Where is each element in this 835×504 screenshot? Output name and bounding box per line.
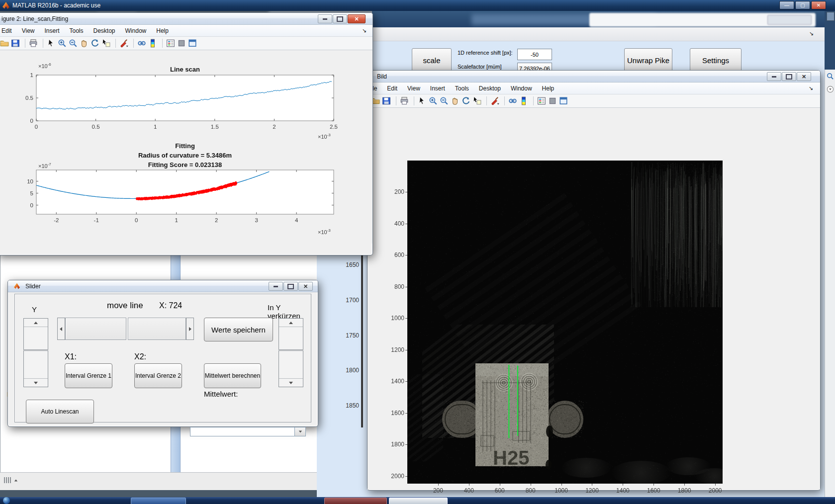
auto-linescan-button[interactable]: Auto Linescan	[26, 400, 94, 423]
ref-shift-input[interactable]: -50	[517, 49, 552, 60]
save-icon[interactable]	[11, 39, 20, 48]
matlab-titlebar[interactable]: MATLAB R2016b - academic use — ▢ ✕	[0, 0, 835, 11]
in-y-scrollbar-up[interactable]	[278, 318, 303, 350]
move-line-slider[interactable]	[57, 318, 194, 340]
cursor-icon[interactable]	[43, 39, 56, 48]
slider-left-arrow[interactable]	[57, 318, 65, 340]
y-scrollbar-up[interactable]	[23, 318, 48, 350]
pan-icon[interactable]	[80, 39, 89, 48]
dock-arrow-icon[interactable]: ↘	[809, 85, 813, 91]
colorbar-icon[interactable]	[148, 39, 157, 48]
figure2-menu-help[interactable]: Help	[151, 26, 174, 36]
slider-maximize-button[interactable]	[283, 282, 298, 291]
slider-thumb-right[interactable]	[128, 318, 186, 340]
zoom-in-icon[interactable]	[429, 96, 438, 105]
mittelwert-berechnen-button[interactable]: Mittelwert berechnen	[204, 363, 261, 388]
dock-figure-icon[interactable]	[188, 39, 197, 48]
cursor-icon[interactable]	[414, 96, 427, 105]
bild-maximize-button[interactable]	[782, 72, 796, 81]
figure2-close-button[interactable]: ✕	[348, 14, 366, 23]
scale-button[interactable]: scale	[412, 48, 452, 73]
figure2-menu-desktop[interactable]: Desktop	[89, 26, 120, 36]
pan-icon[interactable]	[451, 96, 460, 105]
fitting-score-subtitle: Fitting Score = 0.023138	[36, 161, 334, 168]
slider-close-button[interactable]: ✕	[298, 282, 313, 291]
legend-icon[interactable]	[533, 96, 546, 105]
data-cursor-icon[interactable]	[101, 39, 110, 48]
tick-mark	[469, 484, 469, 486]
figure2-menu-edit[interactable]: Edit	[0, 26, 17, 36]
linescan-title: Line scan	[36, 66, 334, 73]
background-combobox[interactable]	[190, 427, 306, 436]
figure2-menu-insert[interactable]: Insert	[39, 26, 64, 36]
search-icon[interactable]	[827, 73, 834, 80]
in-y-scrollbar-down[interactable]	[278, 350, 303, 387]
right-sidebar-strip	[825, 70, 835, 504]
interval-grenze1-button[interactable]: Interval Grenze 1	[65, 363, 112, 388]
dock-arrow-icon[interactable]: ↘	[362, 27, 367, 34]
tick-label: 800	[381, 283, 404, 290]
new-folder-icon[interactable]	[0, 39, 9, 48]
taskbar-item[interactable]	[131, 498, 186, 504]
link-plots-icon[interactable]	[504, 96, 517, 105]
print-icon[interactable]	[25, 39, 38, 48]
data-cursor-icon[interactable]	[472, 96, 481, 105]
unwrap-pike-button[interactable]: Unwrap Pike	[624, 48, 672, 73]
taskbar[interactable]	[0, 497, 835, 504]
interval-grenze2-button[interactable]: Interval Grenze 2	[134, 363, 182, 388]
bild-menu-desktop[interactable]: Desktop	[474, 84, 506, 93]
bild-titlebar[interactable]: Bild ✕	[368, 71, 820, 83]
taskbar-item-active[interactable]	[389, 498, 448, 504]
slider-thumb-left[interactable]	[65, 318, 126, 340]
dock-figure-icon[interactable]	[559, 96, 568, 105]
zoom-in-icon[interactable]	[58, 39, 67, 48]
print-icon[interactable]	[396, 96, 409, 105]
figure2-maximize-button[interactable]	[333, 14, 347, 23]
dock-small-icon[interactable]	[177, 39, 186, 48]
figure2-titlebar[interactable]: igure 2: Line_scan,Fitting ✕	[0, 13, 372, 25]
bild-menu-view[interactable]: View	[402, 84, 425, 93]
main-maximize-button[interactable]: ▢	[795, 1, 810, 9]
scroll-top-button[interactable]	[827, 12, 835, 21]
dropdown-circle-icon[interactable]	[827, 85, 834, 93]
bild-menu-window[interactable]: Window	[506, 84, 537, 93]
rotate-3d-icon[interactable]	[91, 39, 99, 48]
brush-icon[interactable]	[115, 39, 128, 48]
combobox-dropdown-icon[interactable]	[294, 427, 305, 436]
settings-button[interactable]: Settings	[690, 48, 742, 73]
start-button[interactable]	[3, 497, 10, 504]
slider-right-arrow[interactable]	[186, 318, 194, 340]
slider-minimize-button[interactable]	[269, 282, 283, 291]
taskbar-item[interactable]	[324, 498, 387, 504]
main-minimize-button[interactable]: —	[779, 1, 794, 9]
tick-label: 0	[30, 202, 33, 208]
bild-menu-tools[interactable]: Tools	[450, 84, 474, 93]
bild-minimize-button[interactable]	[767, 72, 781, 81]
dock-small-icon[interactable]	[548, 96, 557, 105]
bild-close-button[interactable]: ✕	[797, 72, 811, 81]
y-scrollbar-down[interactable]	[23, 350, 48, 387]
zoom-out-icon[interactable]	[69, 39, 78, 48]
figure2-menu-window[interactable]: Window	[120, 26, 152, 36]
save-icon[interactable]	[382, 96, 391, 105]
figure2-minimize-button[interactable]	[318, 14, 332, 23]
main-close-button[interactable]: ✕	[811, 1, 826, 9]
tick-mark	[623, 484, 623, 486]
zoom-out-icon[interactable]	[440, 96, 449, 105]
bild-image-canvas[interactable]	[407, 161, 723, 484]
bild-menu-help[interactable]: Help	[537, 84, 559, 93]
bild-menu-edit[interactable]: Edit	[382, 84, 402, 93]
rotate-3d-icon[interactable]	[462, 96, 470, 105]
bild-menu-insert[interactable]: Insert	[425, 84, 450, 93]
matlab-title: MATLAB R2016b - academic use	[12, 2, 100, 9]
link-plots-icon[interactable]	[133, 39, 146, 48]
colorbar-icon[interactable]	[519, 96, 528, 105]
werte-speichern-button[interactable]: Werte speichern	[204, 318, 273, 341]
legend-icon[interactable]	[162, 39, 175, 48]
splitter-grip-icon[interactable]	[4, 477, 18, 483]
slider-titlebar[interactable]: Slider ✕	[8, 280, 318, 292]
figure2-menu-view[interactable]: View	[17, 26, 40, 36]
figure2-menu-tools[interactable]: Tools	[65, 26, 89, 36]
dock-arrow-icon[interactable]: ↘	[809, 30, 814, 37]
brush-icon[interactable]	[486, 96, 499, 105]
